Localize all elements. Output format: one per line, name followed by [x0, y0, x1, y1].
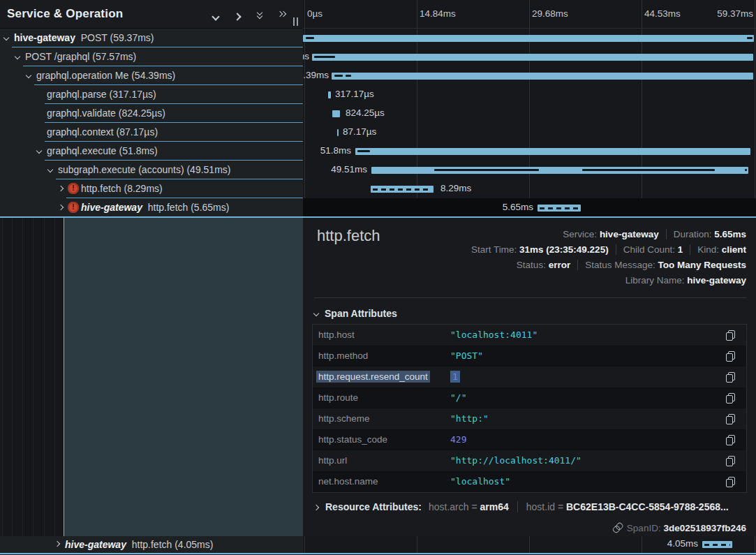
- timeline-row: 49.51ms: [303, 161, 756, 179]
- attribute-row[interactable]: http.request.resend_count1: [313, 367, 746, 387]
- span-label: graphql.context (87.17µs): [47, 126, 158, 138]
- timeline-row: 57.57ms: [303, 47, 756, 66]
- chevron-right-icon[interactable]: [54, 541, 60, 547]
- attribute-row[interactable]: http.status_code429: [313, 429, 746, 450]
- attribute-row[interactable]: http.route"/": [313, 387, 746, 408]
- span-attributes-header[interactable]: Span Attributes: [314, 308, 397, 319]
- span-label: hive-gateway http.fetch (4.05ms): [65, 539, 213, 550]
- attribute-row[interactable]: http.scheme"http:": [313, 408, 746, 429]
- span-bar[interactable]: [538, 205, 581, 212]
- attribute-row[interactable]: http.method"POST": [313, 346, 746, 367]
- attribute-row[interactable]: http.url"http://localhost:4011/": [313, 450, 746, 471]
- error-icon: !: [68, 183, 79, 194]
- tree-row[interactable]: graphql.validate (824.25µs): [0, 104, 303, 123]
- attribute-row[interactable]: net.host.name"localhost": [313, 471, 746, 492]
- attribute-key: http.host: [318, 330, 355, 340]
- attribute-value: "localhost": [450, 476, 510, 487]
- copy-icon[interactable]: [726, 330, 735, 341]
- span-bar[interactable]: [332, 110, 340, 117]
- meta-item: Child Count: 1: [616, 244, 683, 255]
- timeline-row: 824.25µs: [303, 104, 756, 123]
- span-bar[interactable]: [312, 54, 753, 61]
- tree-row[interactable]: !http.fetch (8.29ms): [0, 179, 303, 198]
- tree-row[interactable]: !hive-gateway http.fetch (5.65ms): [0, 198, 303, 217]
- chevron-down-icon[interactable]: [3, 35, 9, 40]
- meta-item: Status: error: [517, 260, 570, 270]
- meta-item: Kind: client: [690, 244, 746, 255]
- chevron-down-icon[interactable]: [213, 10, 223, 20]
- span-bar[interactable]: [328, 91, 331, 98]
- chevron-down-icon[interactable]: [212, 13, 219, 20]
- tree-row[interactable]: POST /graphql (57.57ms): [0, 47, 303, 66]
- tree-row[interactable]: hive-gateway POST (59.37ms): [0, 29, 303, 47]
- chevron-down-icon[interactable]: [15, 54, 20, 59]
- bar-self-time-segment: [582, 169, 715, 171]
- chevron-right-icon[interactable]: [233, 13, 241, 20]
- timeline-panel: 0µs14.84ms29.68ms44.53ms59.37ms 57.57ms5…: [303, 0, 756, 217]
- tree-row-bottom[interactable]: hive-gateway http.fetch (4.05ms): [0, 536, 303, 553]
- ruler-tick: 29.68ms: [532, 8, 568, 19]
- meta-item: Library Name: hive-gateway: [625, 275, 746, 286]
- chevron-down-icon[interactable]: [36, 148, 42, 154]
- bar-self-time-segment: [747, 37, 753, 39]
- tree-row[interactable]: graphql.parse (317.17µs): [0, 85, 303, 104]
- tree-indent-guides: [0, 217, 64, 555]
- tree-row[interactable]: graphql.operation Me (54.39ms): [0, 66, 303, 85]
- ruler-tick: 14.84ms: [420, 8, 456, 19]
- span-bar[interactable]: [337, 129, 339, 136]
- selected-row-border: [0, 216, 756, 218]
- timeline-row-bottom: 4.05ms: [303, 536, 756, 553]
- copy-icon[interactable]: [726, 435, 735, 445]
- tree-row[interactable]: subgraph.execute (accounts) (49.51ms): [0, 161, 303, 179]
- bar-self-time-segment: [357, 150, 370, 152]
- attribute-value: "/": [450, 392, 466, 403]
- chevron-down-icon[interactable]: [257, 13, 262, 19]
- panel-resize-handle[interactable]: [292, 17, 300, 27]
- chevron-right-icon[interactable]: [58, 205, 64, 210]
- resource-attributes-header[interactable]: Resource Attributes:: [325, 501, 422, 512]
- meta-line: Library Name: hive-gateway: [471, 275, 746, 286]
- resource-attribute: host.arch = arm64: [429, 501, 509, 512]
- copy-icon[interactable]: [726, 393, 735, 404]
- attribute-key: http.status_code: [318, 434, 387, 445]
- double-chevron-right-icon[interactable]: [278, 10, 288, 20]
- chevron-right-icon[interactable]: [281, 11, 286, 17]
- chevron-down-icon[interactable]: [47, 167, 53, 172]
- bar-dash-pattern: [373, 188, 431, 191]
- span-bar[interactable]: [702, 541, 732, 548]
- timeline-row: 51.8ms: [303, 142, 756, 161]
- chevron-down-icon[interactable]: [26, 73, 31, 78]
- copy-icon[interactable]: [726, 477, 735, 487]
- attribute-key: http.request.resend_count: [316, 371, 430, 383]
- bar-self-time-segment: [314, 56, 335, 58]
- ruler-tick: 59.37ms: [717, 8, 753, 19]
- span-meta: Service: hive-gatewayDuration: 5.65msSta…: [471, 229, 746, 290]
- tree-row[interactable]: hive-gateway http.fetch (4.05ms): [0, 536, 303, 555]
- double-chevron-down-icon[interactable]: [256, 10, 266, 20]
- duration-label: 87.17µs: [343, 126, 376, 137]
- span-bar[interactable]: [355, 148, 750, 155]
- ruler-tick: 44.53ms: [644, 8, 681, 19]
- link-icon[interactable]: [611, 521, 624, 534]
- bar-dash-pattern: [704, 544, 730, 546]
- copy-icon[interactable]: [726, 456, 735, 466]
- error-icon: !: [68, 202, 79, 213]
- copy-icon[interactable]: [726, 372, 735, 383]
- chevron-right-icon[interactable]: [58, 186, 64, 191]
- span-bar[interactable]: [303, 35, 754, 42]
- copy-icon[interactable]: [726, 351, 735, 362]
- span-bar[interactable]: [332, 73, 753, 80]
- service-name: hive-gateway: [65, 539, 126, 550]
- tree-row[interactable]: graphql.execute (51.8ms): [0, 142, 303, 161]
- span-bar[interactable]: [371, 186, 433, 193]
- attribute-row[interactable]: http.host"localhost:4011": [313, 325, 746, 346]
- chevron-right-icon[interactable]: [235, 10, 244, 20]
- selected-span-subtree-region[interactable]: [64, 217, 303, 536]
- meta-line: Service: hive-gatewayDuration: 5.65ms: [471, 229, 746, 240]
- tree-row[interactable]: graphql.context (87.17µs): [0, 123, 303, 142]
- chevron-right-icon[interactable]: [313, 505, 319, 510]
- span-tree-header: Service & Operation: [0, 0, 303, 29]
- duration-label: 824.25µs: [346, 108, 385, 118]
- copy-icon[interactable]: [726, 414, 735, 424]
- span-id-value: 3de02518937fb246: [663, 523, 746, 533]
